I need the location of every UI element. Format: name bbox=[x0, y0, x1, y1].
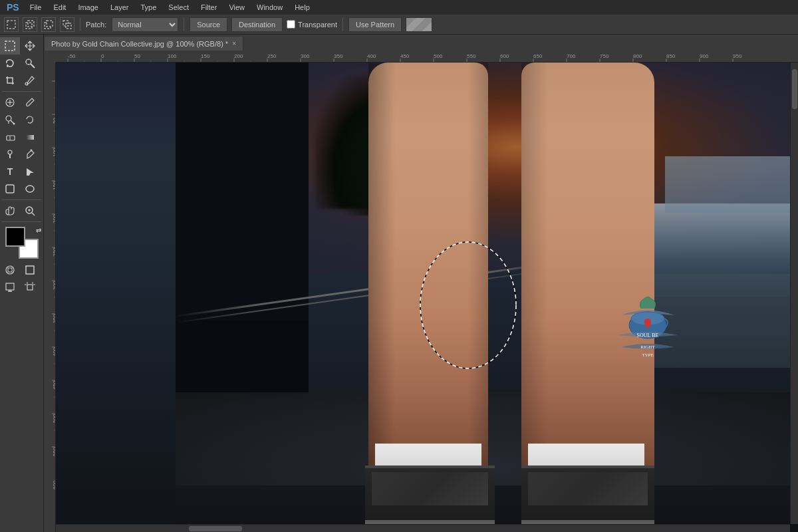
tool-mode-icon-1[interactable] bbox=[4, 17, 19, 32]
pen-tool[interactable] bbox=[20, 146, 40, 163]
move-tool[interactable] bbox=[20, 37, 40, 55]
ellipse-tool[interactable] bbox=[20, 180, 40, 198]
svg-text:500: 500 bbox=[434, 53, 443, 59]
svg-point-9 bbox=[26, 59, 31, 65]
ruler-horizontal: -50 0 50 100 150 200 250 300 350 400 450… bbox=[56, 51, 798, 63]
tool-mode-icon-3[interactable] bbox=[41, 17, 56, 32]
quick-mask-tool[interactable] bbox=[0, 261, 20, 279]
ruler-corner bbox=[44, 51, 56, 63]
menu-window[interactable]: Window bbox=[251, 2, 288, 13]
shoe-right-body bbox=[528, 472, 648, 505]
tool-mode-icon-4[interactable] bbox=[60, 17, 74, 32]
screen-mode-tool[interactable] bbox=[0, 279, 20, 296]
gradient-tool[interactable] bbox=[20, 128, 40, 146]
svg-line-8 bbox=[31, 64, 35, 68]
dodge-tool[interactable] bbox=[0, 146, 20, 163]
menu-image[interactable]: Image bbox=[72, 2, 104, 13]
menu-filter[interactable]: Filter bbox=[196, 2, 222, 13]
path-selection-tool[interactable] bbox=[20, 163, 40, 180]
brush-tool[interactable] bbox=[20, 94, 40, 111]
tool-row-2 bbox=[0, 55, 43, 72]
transparent-checkbox[interactable] bbox=[287, 20, 295, 29]
svg-rect-4 bbox=[47, 21, 53, 27]
clone-stamp-tool[interactable] bbox=[0, 111, 20, 128]
hand-tool[interactable] bbox=[0, 202, 20, 219]
marquee-tool[interactable] bbox=[0, 37, 20, 55]
document-tab[interactable]: Photo by Gold Chain Collective.jpg @ 100… bbox=[44, 36, 243, 51]
patch-label: Patch: bbox=[86, 21, 106, 29]
artboard-tool[interactable] bbox=[20, 279, 40, 296]
tool-mode-icon-2[interactable] bbox=[23, 17, 37, 32]
type-tool[interactable]: T bbox=[0, 163, 20, 180]
menu-bar: PS File Edit Image Layer Type Select Fil… bbox=[0, 0, 798, 15]
tool-row-4 bbox=[0, 94, 43, 111]
ruler-vertical: 50 100 150 200 250 300 350 bbox=[44, 63, 56, 532]
magic-wand-tool[interactable] bbox=[20, 55, 40, 72]
svg-text:250: 250 bbox=[52, 247, 57, 257]
standard-mode-tool[interactable] bbox=[20, 261, 40, 279]
tool-row-extra bbox=[0, 261, 43, 279]
source-button[interactable]: Source bbox=[190, 17, 227, 32]
svg-text:350: 350 bbox=[52, 314, 57, 323]
tab-bar: Photo by Gold Chain Collective.jpg @ 100… bbox=[44, 35, 798, 51]
lasso-tool[interactable] bbox=[0, 55, 20, 72]
canvas-area: Photo by Gold Chain Collective.jpg @ 100… bbox=[44, 35, 798, 532]
menu-type[interactable]: Type bbox=[136, 2, 162, 13]
sky-right bbox=[665, 156, 798, 213]
menu-help[interactable]: Help bbox=[289, 2, 315, 13]
tattoo-svg: SOUL BE RIGHT TYPE bbox=[611, 282, 684, 368]
svg-rect-34 bbox=[8, 268, 12, 272]
scroll-handle-v[interactable] bbox=[792, 69, 797, 109]
use-pattern-button[interactable]: Use Pattern bbox=[348, 17, 402, 32]
canvas-wrapper: -50 0 50 100 150 200 250 300 350 400 450… bbox=[44, 51, 798, 532]
options-divider-3 bbox=[342, 18, 343, 31]
scroll-handle-h[interactable] bbox=[189, 526, 242, 531]
tab-close-button[interactable]: × bbox=[232, 40, 236, 47]
patch-mode-select[interactable]: Normal Content-Aware bbox=[112, 17, 178, 32]
scroll-horizontal[interactable] bbox=[56, 524, 790, 532]
tab-title: Photo by Gold Chain Collective.jpg @ 100… bbox=[51, 40, 228, 48]
eraser-tool[interactable] bbox=[0, 128, 20, 146]
tool-row-7 bbox=[0, 146, 43, 163]
menu-view[interactable]: View bbox=[223, 2, 250, 13]
menu-file[interactable]: File bbox=[25, 2, 47, 13]
zoom-tool[interactable] bbox=[20, 202, 40, 219]
shoe-right-top-band bbox=[521, 466, 654, 468]
menu-select[interactable]: Select bbox=[163, 2, 194, 13]
svg-rect-0 bbox=[7, 21, 15, 29]
svg-text:800: 800 bbox=[633, 53, 642, 59]
svg-text:150: 150 bbox=[201, 53, 210, 59]
scroll-vertical[interactable] bbox=[790, 63, 798, 524]
svg-text:500: 500 bbox=[52, 414, 57, 423]
foreground-color[interactable] bbox=[5, 227, 25, 247]
tattoo-area: SOUL BE RIGHT TYPE bbox=[611, 282, 684, 368]
svg-text:400: 400 bbox=[52, 347, 57, 356]
building-left-top bbox=[176, 63, 309, 321]
svg-text:200: 200 bbox=[52, 214, 57, 223]
crop-tool[interactable] bbox=[0, 72, 20, 89]
transparent-option[interactable]: Transparent bbox=[287, 20, 337, 29]
menu-edit[interactable]: Edit bbox=[48, 2, 71, 13]
pattern-swatch[interactable] bbox=[406, 17, 432, 32]
image-canvas[interactable]: SOUL BE RIGHT TYPE .marching-ants { fill… bbox=[56, 63, 798, 532]
destination-button[interactable]: Destination bbox=[231, 17, 283, 32]
svg-text:600: 600 bbox=[52, 480, 57, 489]
history-brush-tool[interactable] bbox=[20, 111, 40, 128]
menu-layer[interactable]: Layer bbox=[105, 2, 134, 13]
shoe-left-body bbox=[372, 472, 488, 505]
svg-text:RIGHT: RIGHT bbox=[640, 344, 655, 350]
eyedropper-tool[interactable] bbox=[20, 72, 40, 89]
svg-point-24 bbox=[8, 150, 12, 154]
svg-text:650: 650 bbox=[533, 53, 543, 59]
svg-text:50: 50 bbox=[134, 53, 140, 59]
swap-colors-icon[interactable]: ⇄ bbox=[36, 227, 41, 234]
svg-text:0: 0 bbox=[101, 53, 104, 59]
tool-row-6 bbox=[0, 128, 43, 146]
tool-separator-2 bbox=[2, 200, 41, 200]
svg-text:-50: -50 bbox=[68, 53, 76, 59]
shoe-left-top-band bbox=[365, 466, 495, 468]
svg-text:900: 900 bbox=[700, 53, 709, 59]
shape-tool[interactable] bbox=[0, 180, 20, 198]
healing-tool[interactable] bbox=[0, 94, 20, 111]
svg-point-18 bbox=[6, 116, 11, 121]
